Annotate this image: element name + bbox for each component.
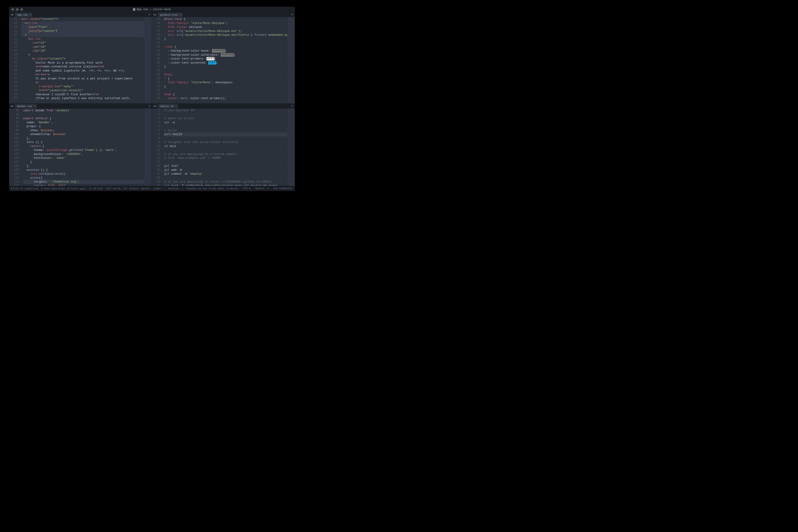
code-line[interactable] (23, 113, 144, 117)
code-line[interactable]: set -e (164, 120, 287, 125)
code-line[interactable]: v-scroll-to="'#why'" (21, 84, 144, 89)
code-line[interactable]: yarn build (164, 132, 287, 136)
maximize-window-button[interactable] (20, 8, 23, 11)
code-line[interactable]: font-family: 'VictorMono-Oblique'; (164, 21, 287, 25)
code-line[interactable]: --background-color-base: #595959; (164, 49, 287, 53)
code-line[interactable]: export default { (23, 116, 144, 120)
close-window-button[interactable] (11, 8, 14, 11)
code-line[interactable]: src: url('assets/VictorMono-Oblique.eot?… (164, 33, 287, 37)
line-number-gutter[interactable]: 15⌄16171819202122⌄2324252627282930313233… (152, 17, 162, 103)
tab-next-icon[interactable]: ▶ (155, 105, 157, 108)
fold-chevron-icon[interactable]: ⌄ (18, 34, 19, 38)
code-line[interactable]: # if you are deploying to a custom domai… (164, 152, 287, 156)
code-line[interactable]: } (164, 37, 287, 41)
code-line[interactable]: > (21, 53, 144, 57)
code-line[interactable] (164, 89, 287, 93)
minimap[interactable] (144, 17, 152, 103)
file-grammar[interactable]: Vue Component (273, 187, 293, 190)
code-line[interactable]: <em>semi-connected cursive italics</em> (21, 65, 144, 69)
fold-chevron-icon[interactable]: ⌄ (20, 177, 21, 181)
code-line[interactable]: textColour: '#eee' (23, 156, 144, 160)
line-number-gutter[interactable]: 17⌄18⌄192021⌄22⌄23242526⌄27⌄282930313233… (9, 17, 19, 103)
file-tab[interactable]: globals.scss× (158, 13, 182, 17)
code-line[interactable]: # if you are deploying to https://<USERN… (164, 180, 287, 184)
line-number-gutter[interactable]: 949596⌄9798⌄99100101102⌄103⌄104105106107… (9, 109, 21, 186)
close-tab-icon[interactable]: × (34, 105, 36, 108)
code-line[interactable]: show: Boolean, (23, 129, 144, 133)
code-line[interactable] (164, 41, 287, 45)
tab-dropdown-icon[interactable]: ▼ (290, 14, 295, 16)
code-line[interactable]: rotate: [360, 315], (23, 184, 144, 186)
file-tab[interactable]: deploy.sh× (158, 104, 178, 108)
code-line[interactable]: # echo 'www.example.com' > CNAME (164, 156, 287, 160)
indent-setting[interactable]: Spaces: 2 (255, 187, 269, 190)
fold-chevron-icon[interactable]: ⌄ (18, 57, 19, 61)
code-line[interactable]: >because I couldn't find another</a> (21, 93, 144, 97)
code-line[interactable]: <div class="content"> (21, 17, 144, 21)
code-line[interactable] (164, 125, 287, 129)
code-editor[interactable]: 123456789101112131415161718192021#!/usr/… (152, 109, 295, 186)
code-line[interactable]: git add -A (164, 168, 287, 172)
code-editor[interactable]: 949596⌄9798⌄99100101102⌄103⌄104105106107… (9, 109, 152, 186)
git-branch[interactable]: master (226, 187, 239, 190)
tab-dropdown-icon[interactable]: ▼ (290, 105, 295, 107)
code-line[interactable] (164, 148, 287, 152)
file-tab[interactable]: App.vue× (15, 13, 32, 17)
code-line[interactable]: showGoToTop: Boolean (23, 132, 144, 136)
code-line[interactable]: }, (23, 164, 144, 168)
tab-next-icon[interactable]: ▶ (12, 105, 14, 108)
code-line[interactable] (164, 136, 287, 140)
fold-chevron-icon[interactable]: ⌄ (20, 145, 21, 149)
code-line[interactable]: color: var(--color-text-primary); (164, 96, 287, 100)
tab-next-icon[interactable]: ▶ (12, 13, 14, 16)
code-line[interactable]: src: url('assets/VictorMono-Oblique.eot'… (164, 29, 287, 33)
code-line[interactable]: <el-row (21, 21, 144, 25)
code-line[interactable]: name: 'NavBar', (23, 120, 144, 125)
code-line[interactable]: <el-col (21, 37, 144, 41)
code-line[interactable]: git commit -m 'deploy' (164, 172, 287, 176)
code-content[interactable]: import anime from 'animejs' export defau… (21, 109, 144, 186)
code-line[interactable]: :sm="18" (21, 45, 144, 49)
code-line[interactable]: targets: '.themeIcon svg', (23, 180, 144, 184)
code-line[interactable]: and some symbol ligatures (≢, ->>, =>, =… (21, 69, 144, 73)
line-number-gutter[interactable]: 123456789101112131415161718192021 (152, 109, 162, 186)
code-line[interactable]: mounted () { (23, 168, 144, 172)
code-line[interactable]: It was drawn from scratch as a pet proje… (21, 77, 144, 81)
tab-prev-icon[interactable]: ◀ (153, 105, 155, 108)
tab-prev-icon[interactable]: ◀ (11, 105, 12, 108)
tab-dropdown-icon[interactable]: ▼ (147, 14, 152, 16)
titlebar[interactable]: App.vue — victor-mono (9, 7, 295, 12)
tab-next-icon[interactable]: ▶ (155, 13, 157, 16)
close-tab-icon[interactable]: × (176, 105, 177, 108)
fold-chevron-icon[interactable]: ⌄ (18, 38, 19, 42)
code-line[interactable]: } (164, 84, 287, 89)
code-line[interactable]: html { (164, 93, 287, 97)
code-line[interactable]: --color-text-accented: #0bf; (164, 61, 287, 65)
code-line[interactable]: # navigate into the build output directo… (164, 140, 287, 144)
code-line[interactable]: Victor Mono is a programming font with (21, 61, 144, 65)
code-line[interactable]: :xs="22" (21, 41, 144, 45)
code-line[interactable]: <br><br> (21, 73, 144, 77)
fold-chevron-icon[interactable]: ⌄ (20, 141, 21, 145)
code-line[interactable]: return { (23, 144, 144, 148)
tab-prev-icon[interactable]: ◀ (153, 13, 155, 16)
code-line[interactable]: justify="center" (21, 29, 144, 33)
status-icon[interactable] (11, 187, 12, 190)
code-line[interactable]: --color-text-primary: #fff; (164, 57, 287, 61)
code-line[interactable]: git push -f git@github.com:rubjo/victor-… (164, 184, 287, 186)
code-line[interactable]: :lg="18" (21, 49, 144, 53)
code-line[interactable]: (free or paid) typeface I was entirely s… (21, 96, 144, 100)
code-line[interactable]: backgroundColour: '#595959', (23, 152, 144, 156)
code-line[interactable]: this.setAppearance() (23, 172, 144, 176)
code-line[interactable]: <p class="columns"> (21, 57, 144, 61)
code-line[interactable]: href="javascript:void(0)" (21, 89, 144, 93)
code-line[interactable]: data () { (23, 140, 144, 144)
code-line[interactable]: git init (164, 164, 287, 168)
fold-chevron-icon[interactable]: ⌄ (20, 169, 21, 173)
code-line[interactable] (164, 69, 287, 73)
code-line[interactable]: cd dist (164, 144, 287, 148)
code-line[interactable]: <a (21, 80, 144, 84)
fold-chevron-icon[interactable]: ⌄ (18, 22, 19, 26)
fold-chevron-icon[interactable]: ⌄ (18, 81, 19, 85)
close-tab-icon[interactable]: × (180, 14, 182, 16)
